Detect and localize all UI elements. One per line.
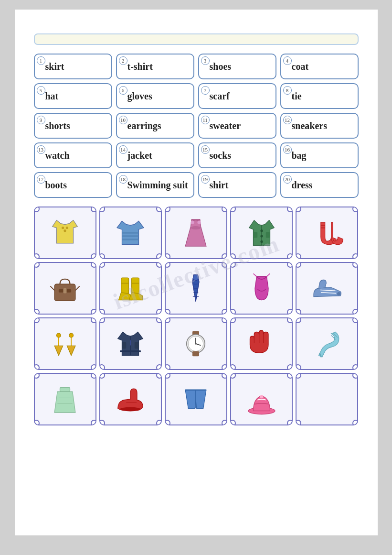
word-card-17: 17boots — [34, 172, 112, 198]
svg-rect-16 — [253, 232, 257, 238]
pic-card-pic-scarf — [296, 317, 358, 370]
svg-point-42 — [69, 333, 74, 337]
word-num-14: 14 — [119, 145, 127, 154]
svg-point-9 — [191, 221, 194, 224]
word-label-10: earrings — [127, 120, 161, 131]
pic-card-pic-boots — [99, 262, 162, 315]
pic-card-pic-shorts — [165, 373, 227, 425]
svg-line-24 — [75, 286, 80, 291]
word-label-19: shirt — [210, 180, 229, 191]
word-num-13: 13 — [37, 145, 45, 154]
word-card-8: 8tie — [280, 83, 359, 109]
word-num-2: 2 — [119, 56, 127, 65]
word-card-13: 13watch — [34, 142, 112, 168]
word-num-4: 4 — [283, 56, 292, 65]
svg-rect-26 — [132, 278, 139, 294]
word-num-18: 18 — [119, 175, 127, 184]
word-label-4: coat — [292, 61, 309, 72]
word-num-7: 7 — [201, 86, 210, 95]
svg-point-3 — [64, 229, 66, 232]
word-num-6: 6 — [119, 86, 127, 95]
word-num-3: 3 — [201, 56, 210, 65]
word-num-9: 9 — [37, 116, 45, 124]
svg-point-10 — [198, 221, 201, 224]
word-card-20: 20dress — [280, 172, 359, 198]
instruction-box — [34, 33, 359, 45]
word-num-12: 12 — [283, 116, 292, 124]
svg-rect-6 — [122, 235, 139, 237]
word-num-15: 15 — [201, 145, 210, 154]
word-label-14: jacket — [127, 150, 152, 161]
word-card-15: 15socks — [198, 142, 276, 168]
svg-line-34 — [253, 273, 256, 276]
pic-card-pic-gloves — [230, 317, 293, 370]
word-label-20: dress — [292, 180, 313, 191]
word-num-8: 8 — [283, 86, 292, 95]
word-label-11: sweater — [210, 120, 241, 131]
svg-rect-47 — [122, 342, 127, 349]
word-card-10: 10earrings — [116, 113, 194, 139]
word-card-1: 1skirt — [34, 54, 112, 79]
pic-card-pic-coat — [230, 207, 293, 259]
word-card-9: 9shorts — [34, 113, 112, 139]
word-num-17: 17 — [37, 175, 45, 184]
word-card-12: 12sneakers — [280, 113, 359, 139]
page: islcollective.com 1skirt2t-shirt3shoes4c… — [15, 10, 378, 535]
word-label-5: hat — [45, 91, 59, 102]
svg-point-39 — [57, 333, 61, 337]
svg-marker-41 — [54, 346, 63, 355]
word-card-18: 18Swimming suit — [116, 172, 194, 198]
word-label-16: bag — [292, 150, 307, 161]
svg-point-8 — [191, 226, 201, 229]
svg-rect-64 — [60, 388, 70, 392]
word-num-19: 19 — [201, 175, 210, 184]
pic-card-pic-socks — [296, 207, 358, 259]
pic-card-pic-sneakers — [296, 262, 358, 315]
svg-rect-7 — [122, 239, 139, 240]
svg-rect-50 — [120, 350, 141, 352]
svg-point-67 — [120, 407, 141, 412]
word-num-1: 1 — [37, 56, 45, 65]
pic-card-pic-skirt — [34, 373, 96, 425]
word-label-2: t-shirt — [127, 61, 153, 72]
word-card-4: 4coat — [280, 54, 359, 79]
word-num-16: 16 — [283, 145, 292, 154]
pic-card-pic-bag — [34, 262, 96, 315]
word-label-1: skirt — [45, 61, 64, 72]
svg-point-14 — [260, 235, 263, 237]
word-card-5: 5hat — [34, 83, 112, 109]
word-card-7: 7scarf — [198, 83, 276, 109]
pic-card-pic-dress — [165, 207, 227, 259]
svg-point-13 — [260, 229, 263, 232]
pic-card-pic-shoes — [99, 373, 162, 425]
word-label-8: tie — [292, 91, 302, 102]
word-card-6: 6gloves — [116, 83, 194, 109]
svg-rect-22 — [64, 288, 67, 294]
svg-line-35 — [266, 273, 270, 276]
pic-card-pic-tshirt — [34, 207, 96, 259]
words-grid: 1skirt2t-shirt3shoes4coat5hat6gloves7sca… — [34, 54, 359, 198]
word-label-18: Swimming suit — [127, 180, 188, 191]
svg-marker-44 — [67, 346, 75, 355]
word-label-15: socks — [210, 150, 232, 161]
pic-card-empty-19 — [296, 373, 358, 425]
word-num-20: 20 — [283, 175, 292, 184]
pic-card-pic-hat — [230, 373, 293, 425]
svg-rect-5 — [122, 232, 139, 234]
svg-point-72 — [260, 395, 263, 398]
word-label-7: scarf — [210, 91, 230, 102]
word-card-11: 11sweater — [198, 113, 276, 139]
svg-rect-54 — [192, 351, 199, 357]
svg-rect-17 — [265, 232, 270, 238]
svg-point-38 — [337, 292, 340, 295]
word-card-3: 3shoes — [198, 54, 276, 79]
word-label-12: sneakers — [292, 120, 327, 131]
pic-card-pic-swimsuit — [230, 262, 293, 315]
pictures-grid — [34, 207, 359, 425]
pic-card-pic-tie — [165, 262, 227, 315]
word-num-11: 11 — [201, 116, 210, 124]
pic-card-pic-watch — [165, 317, 227, 370]
svg-point-1 — [62, 227, 64, 229]
word-label-13: watch — [45, 150, 70, 161]
word-label-9: shorts — [45, 120, 70, 131]
